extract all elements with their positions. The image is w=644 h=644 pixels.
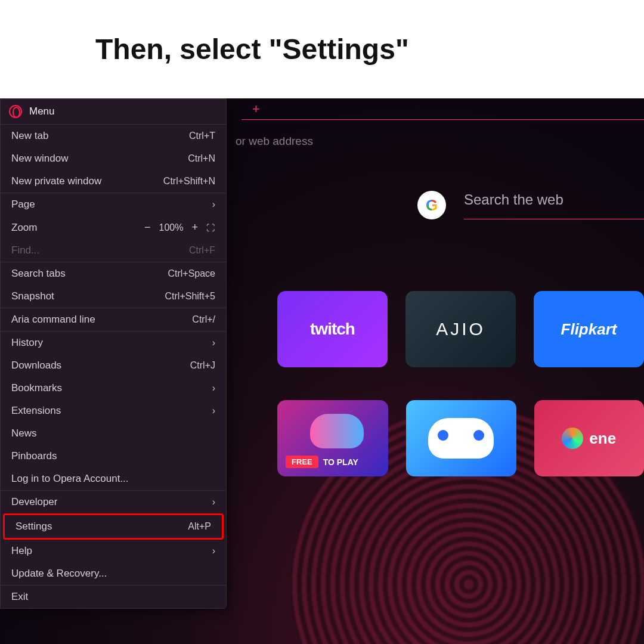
menu-item-label: Help: [11, 545, 32, 557]
menu-item-label: Aria command line: [11, 314, 95, 326]
menu-shortcut: Ctrl+F: [189, 245, 215, 256]
google-icon[interactable]: G: [417, 191, 446, 219]
free-badge: FREE TO PLAY: [286, 456, 358, 468]
zoom-in-button[interactable]: +: [188, 221, 202, 234]
instruction-caption: Then, select "Settings": [0, 0, 644, 98]
opera-logo-icon: [9, 105, 22, 118]
menu-item-label: Page: [11, 199, 35, 210]
menu-item-update-recovery[interactable]: Update & Recovery...: [1, 562, 226, 585]
menu-item-label: Bookmarks: [11, 382, 62, 394]
fullscreen-button[interactable]: ⛶: [206, 223, 215, 233]
menu-shortcut: Ctrl+N: [188, 153, 215, 164]
menu-item-label: News: [11, 428, 37, 439]
address-placeholder: or web address: [236, 135, 313, 148]
search-row: G Search the web: [417, 191, 644, 219]
menu-shortcut: Ctrl+Space: [168, 268, 215, 279]
menu-shortcut: Ctrl+Shift+N: [163, 176, 215, 187]
new-tab-button[interactable]: +: [252, 101, 260, 117]
chevron-right-icon: ›: [212, 546, 215, 556]
to-play-label: TO PLAY: [323, 457, 358, 467]
tab-strip: +: [242, 98, 644, 120]
menu-item-label: Exit: [11, 591, 28, 603]
browser-window: + or web address Menu New tabCtrl+TNew w…: [0, 98, 644, 644]
menu-item-new-tab[interactable]: New tabCtrl+T: [1, 125, 226, 147]
menu-item-new-window[interactable]: New windowCtrl+N: [1, 147, 226, 170]
zoom-value: 100%: [159, 222, 184, 233]
menu-shortcut: Ctrl+Shift+5: [165, 291, 215, 302]
menu-shortcut: Ctrl+/: [192, 314, 215, 325]
tile-game[interactable]: [406, 400, 516, 476]
menu-item-label: Zoom: [11, 222, 37, 234]
menu-item-help[interactable]: Help›: [1, 540, 226, 562]
menu-item-label: Update & Recovery...: [11, 568, 107, 580]
zoom-out-button[interactable]: −: [141, 221, 154, 234]
menu-item-pinboards[interactable]: Pinboards: [1, 445, 226, 467]
chevron-right-icon: ›: [212, 405, 215, 416]
menu-item-label: New private window: [11, 175, 101, 187]
menu-shortcut: Ctrl+T: [189, 131, 215, 141]
ene-logo-icon: [562, 428, 583, 449]
tile-flipkart[interactable]: Flipkart: [534, 291, 644, 367]
instruction-text: Then, select "Settings": [95, 33, 409, 66]
free-label: FREE: [286, 456, 318, 468]
menu-item-label: Snapshot: [11, 290, 54, 302]
menu-item-extensions[interactable]: Extensions›: [1, 400, 226, 422]
menu-item-label: New window: [11, 153, 68, 165]
menu-item-snapshot[interactable]: SnapshotCtrl+Shift+5: [1, 285, 226, 308]
menu-item-find: Find...Ctrl+F: [1, 239, 226, 262]
menu-shortcut: Ctrl+J: [190, 360, 215, 371]
menu-item-settings[interactable]: SettingsAlt+P: [5, 515, 222, 538]
tile-ene[interactable]: ene: [534, 400, 644, 476]
menu-item-history[interactable]: History›: [1, 332, 226, 354]
menu-item-label: Log in to Opera Account...: [11, 473, 129, 485]
menu-shortcut: Alt+P: [188, 521, 211, 532]
menu-item-zoom[interactable]: Zoom−100%+⛶: [1, 216, 226, 239]
controller-icon: [310, 414, 364, 448]
menu-item-label: New tab: [11, 130, 48, 142]
menu-item-label: Developer: [11, 496, 58, 508]
tile-label: AJIO: [436, 319, 485, 339]
speed-dial-row-2: FREE TO PLAY ene: [277, 400, 644, 476]
menu-item-search-tabs[interactable]: Search tabsCtrl+Space: [1, 262, 226, 285]
menu-item-label: Find...: [11, 244, 39, 256]
zoom-controls: −100%+⛶: [141, 221, 215, 234]
menu-item-label: Search tabs: [11, 268, 66, 280]
chevron-right-icon: ›: [212, 199, 215, 210]
tile-ajio[interactable]: AJIO: [405, 291, 516, 367]
menu-item-log-in-to-opera-account[interactable]: Log in to Opera Account...: [1, 467, 226, 490]
menu-item-page[interactable]: Page›: [1, 193, 226, 216]
tile-label: twitch: [310, 320, 355, 339]
menu-item-new-private-window[interactable]: New private windowCtrl+Shift+N: [1, 170, 226, 193]
menu-item-downloads[interactable]: DownloadsCtrl+J: [1, 354, 226, 377]
menu-item-news[interactable]: News: [1, 422, 226, 445]
controller-icon: [428, 418, 494, 459]
search-input[interactable]: Search the web: [464, 191, 644, 219]
menu-title: Menu: [29, 106, 55, 117]
tile-twitch[interactable]: twitch: [277, 291, 388, 367]
menu-item-label: Settings: [16, 521, 52, 532]
menu-item-label: Pinboards: [11, 450, 57, 462]
chevron-right-icon: ›: [212, 383, 215, 394]
menu-item-aria-command-line[interactable]: Aria command lineCtrl+/: [1, 308, 226, 331]
menu-item-exit[interactable]: Exit: [1, 586, 226, 608]
chevron-right-icon: ›: [212, 338, 215, 348]
chevron-right-icon: ›: [212, 497, 215, 507]
tile-free-to-play[interactable]: FREE TO PLAY: [277, 400, 388, 476]
menu-item-developer[interactable]: Developer›: [1, 491, 226, 513]
tile-label: Flipkart: [561, 320, 617, 339]
menu-item-bookmarks[interactable]: Bookmarks›: [1, 377, 226, 400]
menu-item-label: History: [11, 337, 43, 349]
menu-header: Menu: [1, 99, 226, 124]
speed-dial-row-1: twitch AJIO Flipkart: [277, 291, 644, 367]
speed-dial-content: G Search the web twitch AJIO Flipkart FR…: [239, 191, 644, 509]
menu-item-label: Extensions: [11, 405, 61, 417]
main-menu: Menu New tabCtrl+TNew windowCtrl+NNew pr…: [0, 98, 227, 609]
tile-label: ene: [589, 429, 616, 448]
menu-item-label: Downloads: [11, 360, 61, 371]
address-bar[interactable]: or web address: [236, 128, 644, 154]
